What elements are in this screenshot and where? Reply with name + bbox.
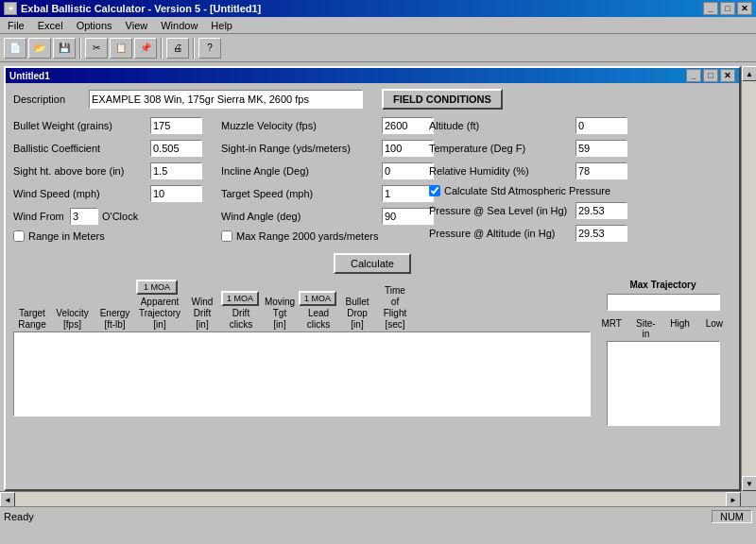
title-bar: ✦ Exbal Ballistic Calculator - Version 5… — [0, 0, 756, 17]
moa-drift-button[interactable]: 1 MOA — [221, 291, 259, 306]
low-col-label: Low — [701, 318, 728, 339]
ballistic-coeff-label: Ballistic Coefficient — [13, 143, 150, 154]
max-range-checkbox[interactable] — [221, 230, 232, 242]
pressure-sea-row: Pressure @ Sea Level (in Hg) — [429, 202, 646, 219]
menu-bar: File Excel Options View Window Help — [0, 17, 756, 34]
cut-button[interactable]: ✂ — [85, 38, 108, 59]
menu-window[interactable]: Window — [155, 19, 203, 32]
wind-angle-row: Wind Angle (deg) — [221, 208, 429, 225]
new-button[interactable]: 📄 — [4, 38, 26, 59]
calculate-button[interactable]: Calculate — [334, 253, 411, 274]
help-button[interactable]: ? — [198, 38, 221, 59]
form-col-left: Bullet Weight (grains) Ballistic Coeffic… — [13, 117, 221, 247]
scroll-track-h[interactable] — [15, 492, 726, 506]
target-speed-input[interactable] — [382, 185, 434, 202]
range-meters-row: Range in Meters — [13, 230, 221, 242]
sight-range-label: Sight-in Range (yds/meters) — [221, 143, 382, 154]
humidity-input[interactable] — [576, 162, 627, 179]
mdi-close-button[interactable]: ✕ — [720, 69, 735, 82]
altitude-input[interactable] — [576, 117, 627, 134]
sight-height-input[interactable] — [150, 162, 202, 179]
col-lead-clicks: 1 MOA Leadclicks — [299, 291, 338, 331]
results-table[interactable] — [13, 332, 591, 416]
incline-input[interactable] — [382, 162, 434, 179]
window-controls[interactable]: _ □ ✕ — [703, 2, 752, 15]
description-row: Description FIELD CONDITIONS — [13, 89, 731, 110]
minimize-button[interactable]: _ — [703, 2, 718, 15]
close-button[interactable]: ✕ — [737, 2, 752, 15]
col-trajectory: 1 MOA ApparentTrajectory[in] — [136, 280, 183, 331]
moa-trajectory-button[interactable]: 1 MOA — [136, 280, 178, 295]
col-moving-tgt-label: MovingTgt[in] — [261, 297, 299, 331]
col-wind-drift: WindDrift[in] — [183, 297, 221, 331]
wind-from-input[interactable] — [70, 208, 98, 225]
wind-from-row: Wind From O'Clock — [13, 208, 221, 225]
menu-help[interactable]: Help — [205, 19, 238, 32]
col-target-range-label: TargetRange — [13, 308, 51, 331]
toolbar-sep1 — [79, 38, 81, 59]
scroll-left-button[interactable]: ◄ — [0, 492, 15, 507]
col-bullet-drop-label: BulletDrop[in] — [338, 297, 376, 331]
paste-button[interactable]: 📌 — [134, 38, 157, 59]
pressure-sea-label: Pressure @ Sea Level (in Hg) — [429, 205, 576, 216]
incline-row: Incline Angle (Deg) — [221, 162, 429, 179]
copy-button[interactable]: 📋 — [110, 38, 132, 59]
menu-excel[interactable]: Excel — [32, 19, 69, 32]
menu-options[interactable]: Options — [71, 19, 118, 32]
col-drift-clicks: 1 MOA Driftclicks — [221, 291, 261, 331]
menu-file[interactable]: File — [2, 19, 30, 32]
wind-angle-input[interactable] — [382, 208, 434, 225]
target-speed-row: Target Speed (mph) — [221, 185, 429, 202]
wind-speed-input[interactable] — [150, 185, 202, 202]
scroll-right-button[interactable]: ► — [726, 492, 741, 507]
temperature-row: Temperature (Deg F) — [429, 140, 646, 157]
muzzle-velocity-row: Muzzle Velocity (fps) — [221, 117, 429, 134]
print-button[interactable]: 🖨 — [166, 38, 189, 59]
col-moving-tgt: MovingTgt[in] — [261, 297, 299, 331]
open-button[interactable]: 📂 — [28, 38, 51, 59]
horizontal-scrollbar: ◄ ► — [0, 491, 741, 506]
status-num: NUM — [712, 510, 752, 523]
pressure-alt-input[interactable] — [576, 225, 627, 242]
pressure-sea-input[interactable] — [576, 202, 627, 219]
scroll-track-v[interactable] — [742, 81, 756, 476]
main-window: Untitled1 _ □ ✕ Description FIELD CONDIT… — [0, 62, 756, 525]
scroll-up-button[interactable]: ▲ — [742, 66, 756, 81]
max-traj-input-row — [594, 294, 731, 314]
high-col-label: High — [667, 318, 694, 339]
description-label: Description — [13, 94, 89, 105]
max-range-row: Max Range 2000 yards/meters — [221, 230, 429, 242]
temperature-input[interactable] — [576, 140, 627, 157]
mdi-maximize-button[interactable]: □ — [703, 69, 718, 82]
results-section: TargetRange Velocity[fps] Energy[ft-lb] … — [13, 280, 731, 426]
mdi-minimize-button[interactable]: _ — [686, 69, 701, 82]
description-input[interactable] — [89, 90, 363, 109]
pressure-alt-row: Pressure @ Altitude (in Hg) — [429, 225, 646, 242]
col-velocity: Velocity[fps] — [51, 308, 94, 331]
incline-label: Incline Angle (Deg) — [221, 165, 382, 177]
muzzle-velocity-input[interactable] — [382, 117, 434, 134]
calc-std-atm-checkbox[interactable] — [429, 185, 440, 196]
form-col-middle: Muzzle Velocity (fps) Sight-in Range (yd… — [221, 117, 429, 247]
col-velocity-label: Velocity[fps] — [51, 308, 94, 331]
maximize-button[interactable]: □ — [720, 2, 735, 15]
max-traj-table[interactable] — [607, 341, 720, 426]
bullet-weight-label: Bullet Weight (grains) — [13, 120, 150, 131]
col-target-range: TargetRange — [13, 308, 51, 331]
col-wind-drift-label: WindDrift[in] — [183, 297, 221, 331]
field-conditions-button[interactable]: FIELD CONDITIONS — [382, 89, 503, 110]
bullet-weight-input[interactable] — [150, 117, 202, 134]
sight-range-input[interactable] — [382, 140, 434, 157]
app-icon: ✦ — [4, 2, 17, 15]
results-left: TargetRange Velocity[fps] Energy[ft-lb] … — [13, 280, 591, 426]
menu-view[interactable]: View — [120, 19, 154, 32]
status-ready: Ready — [4, 511, 712, 522]
moa-lead-button[interactable]: 1 MOA — [299, 291, 336, 306]
range-meters-checkbox[interactable] — [13, 230, 25, 242]
scroll-down-button[interactable]: ▼ — [742, 476, 756, 491]
ballistic-coeff-input[interactable] — [150, 140, 202, 157]
wind-speed-row: Wind Speed (mph) — [13, 185, 221, 202]
max-trajectory-input[interactable] — [607, 294, 720, 311]
save-button[interactable]: 💾 — [53, 38, 76, 59]
toolbar: 📄 📂 💾 ✂ 📋 📌 🖨 ? — [0, 34, 756, 62]
